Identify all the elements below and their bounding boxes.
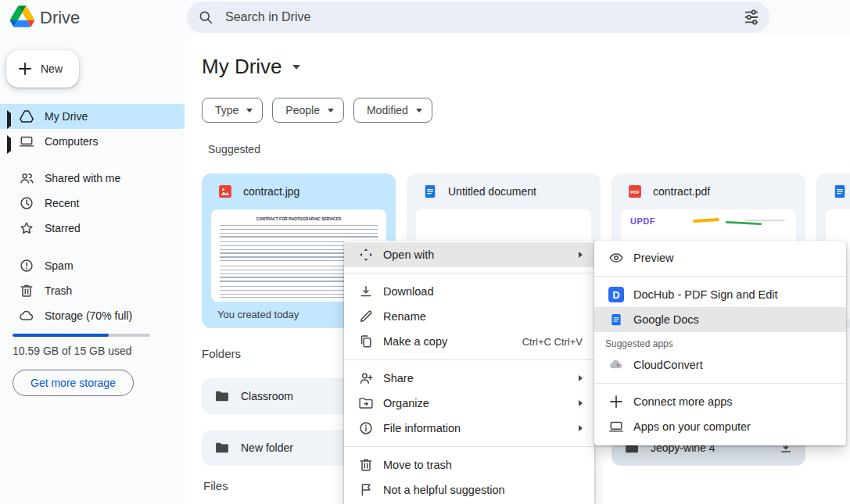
google-docs-file-icon [422,184,438,199]
image-file-icon [217,184,233,199]
folder-icon [214,388,230,404]
submenu-item-dochub[interactable]: D DocHub - PDF Sign and Edit [594,282,846,307]
file-card-header: PDF contract.pdf [611,173,805,209]
filter-label: People [285,104,320,116]
sidebar-item-label: My Drive [45,110,88,123]
new-button-label: New [41,63,63,75]
preview-mark [693,218,719,223]
menu-item-move-to-trash[interactable]: Move to trash [344,452,594,477]
sidebar-item-storage[interactable]: Storage (70% full) [0,303,192,328]
cloud-icon [19,308,34,323]
sidebar-item-label: Trash [45,284,72,297]
get-more-storage-button[interactable]: Get more storage [13,370,134,396]
copy-icon [358,334,374,349]
sidebar-item-spam[interactable]: Spam [0,253,192,278]
sidebar-item-computers[interactable]: Computers [0,129,192,154]
menu-divider [594,383,846,384]
pdf-file-icon: PDF [627,184,643,199]
folder-move-icon [358,395,374,411]
folders-heading: Folders [202,347,241,360]
menu-item-not-helpful-suggestion[interactable]: Not a helpful suggestion [344,477,594,502]
filter-people[interactable]: People [272,98,344,123]
submenu-item-connect-more-apps[interactable]: Connect more apps [594,389,846,414]
menu-item-download[interactable]: Download [344,279,594,304]
expand-arrow-icon[interactable] [7,113,11,126]
sidebar-item-label: Recent [45,197,79,209]
updf-watermark: UPDF [630,216,655,226]
flag-icon [358,482,374,498]
search-icon[interactable] [198,9,213,25]
file-card-header: Untitled document [407,173,601,209]
menu-item-shortcut: Ctrl+C Ctrl+V [522,336,583,348]
menu-item-label: Connect more apps [633,395,733,408]
menu-item-label: Organize [383,397,429,409]
sidebar-item-label: Starred [45,222,81,234]
submenu-item-apps-on-your-computer[interactable]: Apps on your computer [594,414,846,439]
reason-badge: You created today [217,309,299,320]
sidebar-item-label: Shared with me [45,172,120,184]
menu-item-open-with[interactable]: Open with [344,242,594,267]
menu-item-organize[interactable]: Organize [344,391,594,416]
menu-item-share[interactable]: Share [344,366,594,391]
trash-icon [358,457,374,473]
menu-item-label: Make a copy [383,335,447,348]
preview-text-lines [220,225,378,238]
menu-item-file-information[interactable]: File information [344,416,594,441]
google-docs-file-icon [832,184,848,199]
expand-arrow-icon[interactable] [7,138,11,151]
sidebar-item-shared-with-me[interactable]: Shared with me [0,166,192,191]
file-card-header [816,173,850,209]
person-add-icon [358,370,374,386]
search-input[interactable] [224,9,743,25]
menu-item-label: Apps on your computer [633,420,751,433]
advanced-search-icon[interactable] [743,9,760,26]
sidebar-item-starred[interactable]: Starred [0,216,192,241]
folder-name: Classroom [241,390,293,402]
laptop-icon [19,134,34,149]
file-name: Untitled document [448,185,536,198]
menu-item-label: DocHub - PDF Sign and Edit [633,288,778,301]
chevron-down-icon [416,109,422,113]
open-with-icon [358,247,374,263]
page-title[interactable]: My Drive [202,55,300,79]
menu-item-rename[interactable]: Rename [344,304,594,329]
sidebar-item-recent[interactable]: Recent [0,191,192,216]
suggested-apps-label: Suggested apps [594,332,846,352]
menu-item-label: Preview [633,252,674,264]
my-drive-icon [19,109,34,124]
menu-divider [344,446,594,447]
sidebar-item-label: Spam [45,259,74,272]
download-icon [358,284,374,299]
menu-item-make-a-copy[interactable]: Make a copy Ctrl+C Ctrl+V [344,329,594,354]
spam-icon [19,258,34,273]
submenu-item-google-docs[interactable]: Google Docs [594,307,846,332]
submenu-item-preview[interactable]: Preview [594,245,846,270]
storage-progress-bar [13,334,150,337]
google-drive-app: { "colors": { "selection_blue": "#c2e7ff… [0,0,850,504]
sidebar-item-my-drive[interactable]: My Drive [0,104,192,129]
menu-item-label: Google Docs [633,313,699,326]
filter-modified[interactable]: Modified [353,98,432,123]
eye-icon [608,250,624,266]
menu-item-label: Rename [383,310,426,323]
submenu-arrow-icon [579,252,583,258]
drive-logo-icon[interactable] [10,5,34,27]
menu-item-label: Not a helpful suggestion [383,484,505,496]
trash-icon [19,283,34,298]
new-button[interactable]: New [6,50,79,88]
suggested-heading: Suggested [208,143,260,155]
chevron-down-icon [328,109,334,113]
sidebar-item-trash[interactable]: Trash [0,278,192,303]
file-name: contract.jpg [243,185,299,198]
open-with-submenu: Preview D DocHub - PDF Sign and Edit Goo… [594,241,846,445]
cloudconvert-icon [608,357,624,373]
preview-doc-title: CONTRACT FOR PHOTOGRAPHIC SERVICES [221,216,377,221]
filter-type[interactable]: Type [202,98,263,123]
pencil-icon [358,309,374,324]
submenu-arrow-icon [579,425,583,431]
menu-item-label: Open with [383,248,434,261]
submenu-arrow-icon [579,400,583,406]
search-bar[interactable] [187,2,769,33]
submenu-item-cloudconvert[interactable]: CloudConvert [594,352,846,377]
menu-item-label: Download [383,285,434,298]
